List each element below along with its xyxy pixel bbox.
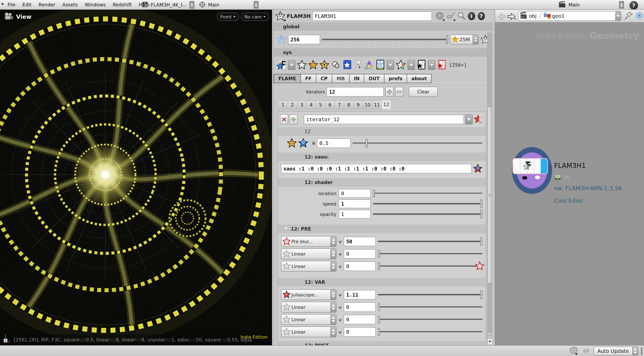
slider-handle[interactable]: [378, 303, 380, 311]
recook-sync-icon[interactable]: [581, 346, 591, 356]
density-slider-handle[interactable]: [446, 35, 448, 44]
tab-cp[interactable]: CP: [316, 74, 332, 83]
menu-file[interactable]: File: [4, 0, 19, 9]
var-2-spinner[interactable]: [330, 302, 336, 312]
scroll-down-button[interactable]: [488, 339, 492, 345]
var-2-weight-input[interactable]: [344, 302, 376, 312]
slider-track[interactable]: [378, 266, 482, 267]
pre-3-slider[interactable]: [378, 261, 482, 271]
pre-3-type-dropdown[interactable]: Linear: [281, 261, 336, 272]
sys-orange-star-icon[interactable]: [308, 60, 318, 70]
follow-target-icon[interactable]: [635, 11, 644, 21]
sys-dual-circles-icon[interactable]: [331, 60, 340, 70]
xaos-section-bar[interactable]: 12: xaos:: [278, 153, 486, 161]
iterator-tab-9[interactable]: 9: [353, 101, 363, 109]
slider-track[interactable]: [378, 253, 482, 255]
shader-speed-input[interactable]: [339, 199, 371, 208]
section-global[interactable]: global: [274, 22, 493, 31]
pin-icon[interactable]: [624, 11, 634, 21]
shelf-spinner[interactable]: [254, 1, 258, 9]
menu-assets[interactable]: Assets: [59, 0, 81, 9]
sys-dropdown-1[interactable]: [288, 60, 295, 70]
weight-slider[interactable]: [352, 138, 482, 148]
slider-handle[interactable]: [378, 263, 380, 270]
iterator-tab-8[interactable]: 8: [344, 101, 354, 109]
pre-1-spinner[interactable]: [330, 236, 336, 246]
menu-edit[interactable]: Edit: [19, 0, 35, 9]
network-path-bar[interactable]: obj geo1: [518, 11, 621, 21]
var-1-weight-input[interactable]: [344, 290, 376, 299]
var-1-type-dropdown[interactable]: Juliascope...: [281, 289, 336, 300]
tab-mb[interactable]: MB: [332, 74, 350, 83]
slider-handle[interactable]: [480, 210, 482, 218]
sys-cursor-bubble-icon[interactable]: [356, 60, 362, 70]
sys-red-f-icon[interactable]: [437, 60, 446, 70]
history-forward-icon[interactable]: [507, 11, 516, 21]
scroll-up-button[interactable]: [488, 332, 492, 338]
sys-rainbow-star-icon[interactable]: [396, 60, 406, 70]
sys-dropdown-4[interactable]: [428, 60, 435, 70]
pane-resize-handle[interactable]: [641, 347, 642, 355]
menu-windows[interactable]: Windows: [81, 0, 109, 9]
var-4-type-dropdown[interactable]: Linear: [281, 327, 336, 337]
slider-track[interactable]: [378, 331, 482, 333]
sys-yellow-star-icon[interactable]: [320, 60, 329, 70]
iterator-add-button[interactable]: [386, 87, 394, 97]
var-4-spinner[interactable]: [330, 327, 336, 337]
slider-handle[interactable]: [480, 237, 482, 246]
shader-location-slider[interactable]: [373, 188, 482, 199]
slider-track[interactable]: [378, 319, 482, 320]
iterator-tab-2[interactable]: 2: [288, 101, 297, 109]
slider-track[interactable]: [373, 193, 482, 194]
breadcrumb-obj[interactable]: obj: [529, 13, 537, 19]
weight-blue-star-icon[interactable]: [298, 138, 308, 148]
sys-dropdown-3[interactable]: [408, 60, 415, 70]
shader-opacity-input[interactable]: [339, 210, 371, 218]
gear-icon[interactable]: [435, 11, 444, 21]
pre-3-spinner[interactable]: [330, 261, 336, 271]
slider-track[interactable]: [378, 294, 482, 296]
netpane-path-selector[interactable]: Main: [558, 1, 624, 9]
iterator-tab-1[interactable]: 1: [278, 101, 288, 109]
node-flag-dot-black[interactable]: [522, 176, 527, 179]
pre-2-weight-input[interactable]: [344, 249, 376, 259]
iterator-tab-3[interactable]: 3: [297, 101, 306, 109]
iterator-delete-button[interactable]: [280, 114, 288, 124]
path-dropdown[interactable]: [615, 11, 621, 20]
shader-location-input[interactable]: [339, 189, 371, 198]
network-editor[interactable]: obj geo1 Indie EditionGeometry: [495, 10, 644, 345]
var-2-slider[interactable]: [378, 302, 482, 312]
menu-redshift[interactable]: Redshift: [109, 0, 135, 9]
shader-speed-slider[interactable]: [373, 199, 482, 209]
collapse-triangle-icon[interactable]: [284, 228, 288, 230]
node-name-input[interactable]: [312, 11, 432, 21]
auto-update-spinner[interactable]: [632, 347, 638, 355]
iterator-tab-12[interactable]: 12: [382, 100, 391, 109]
scene-viewport[interactable]: View Front No cam Y z x [256], [Xt], RIP…: [0, 10, 272, 345]
var-1-slider[interactable]: [378, 290, 482, 300]
shader-section-bar[interactable]: 12: shader: [278, 178, 486, 187]
view-nocam-button[interactable]: No cam: [241, 13, 269, 21]
iterator-tab-5[interactable]: 5: [316, 101, 325, 109]
slider-handle[interactable]: [378, 328, 380, 336]
sys-white-star-icon[interactable]: [297, 60, 306, 70]
var-1-spinner[interactable]: [330, 290, 336, 300]
slider-track[interactable]: [378, 241, 482, 242]
cook-pan-icon[interactable]: [446, 11, 455, 21]
sys-blue-f-icon[interactable]: [342, 60, 352, 70]
weight-yellow-star-icon[interactable]: [287, 138, 296, 148]
view-camera-icon[interactable]: [3, 12, 14, 21]
weight-slider-handle[interactable]: [366, 139, 368, 147]
iterator-note-star-icon[interactable]: [474, 114, 483, 124]
brain-memory-icon[interactable]: [569, 346, 578, 356]
iterator-tab-11[interactable]: 11: [372, 101, 382, 109]
pre-marker-star-icon[interactable]: [475, 261, 484, 271]
slider-handle[interactable]: [378, 316, 380, 323]
section-sys[interactable]: sys: [274, 48, 493, 57]
var-3-slider[interactable]: [378, 314, 482, 325]
view-front-button[interactable]: Front: [217, 13, 239, 21]
tab-about[interactable]: about: [407, 74, 432, 83]
slider-handle[interactable]: [480, 200, 482, 208]
quality-preset-dropdown[interactable]: 25M: [450, 35, 479, 44]
sys-f-black-star-icon[interactable]: [417, 60, 426, 70]
